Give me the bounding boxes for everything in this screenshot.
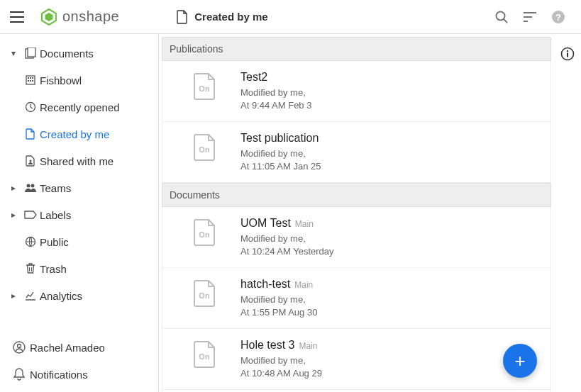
chevron-right-icon: ▸	[6, 291, 21, 301]
logo[interactable]: onshape	[40, 8, 119, 26]
list-item[interactable]: OnTest publicationModified by me,At 11:0…	[162, 122, 551, 183]
building-icon	[21, 74, 40, 86]
item-title: UOM Test	[240, 217, 291, 230]
help-icon: ?	[551, 10, 565, 24]
item-branch: Main	[294, 280, 313, 290]
item-branch: Main	[295, 219, 314, 229]
trash-icon	[21, 263, 40, 274]
sidebar-item-created-by-me[interactable]: Created by me	[0, 121, 158, 147]
section-header-documents: Documents	[162, 183, 551, 207]
svg-point-20	[18, 345, 21, 348]
documents-icon	[21, 47, 40, 59]
logo-text: onshape	[62, 9, 119, 25]
list-item[interactable]: OnHole test 3 MainModified by me,At 10:4…	[162, 329, 551, 390]
clock-icon	[21, 101, 40, 113]
chevron-right-icon: ▸	[6, 183, 21, 193]
document-icon	[176, 10, 189, 24]
svg-point-28	[567, 50, 568, 52]
svg-rect-29	[567, 53, 568, 57]
menu-toggle[interactable]	[6, 6, 28, 28]
item-title: Test publication	[240, 132, 319, 145]
svg-text:?: ?	[555, 12, 561, 23]
info-icon	[560, 47, 575, 61]
item-modified: Modified by me,At 10:24 AM Yesterday	[240, 233, 543, 257]
svg-text:On: On	[199, 291, 210, 300]
sidebar-item-label: Labels	[40, 209, 71, 221]
page-title: Created by me	[194, 11, 267, 23]
sidebar-teams[interactable]: ▸ Teams	[0, 174, 158, 201]
chevron-right-icon: ▸	[6, 210, 21, 220]
svg-point-17	[31, 184, 35, 188]
bell-icon	[9, 368, 30, 381]
sidebar-item-trash[interactable]: Trash	[0, 255, 158, 282]
sidebar-item-label: Analytics	[40, 290, 82, 302]
svg-text:On: On	[199, 84, 210, 93]
svg-point-15	[30, 160, 32, 162]
svg-rect-6	[28, 47, 35, 57]
svg-text:On: On	[199, 145, 210, 154]
sidebar-user[interactable]: Rachel Amadeo	[0, 334, 158, 361]
svg-rect-13	[32, 80, 33, 82]
list-item[interactable]: OnUOM Test MainModified by me,At 10:24 A…	[162, 207, 551, 268]
sidebar-item-fishbowl[interactable]: Fishbowl	[0, 67, 158, 94]
document-list: Publications OnTest2Modified by me,At 9:…	[159, 34, 554, 392]
sort-icon	[523, 11, 537, 23]
sidebar-notifications[interactable]: Notifications	[0, 361, 158, 388]
svg-marker-1	[45, 13, 53, 21]
sidebar-labels[interactable]: ▸ Labels	[0, 201, 158, 228]
svg-rect-12	[30, 80, 31, 82]
sidebar-item-label: Public	[40, 236, 69, 248]
svg-rect-8	[28, 77, 29, 79]
item-branch: Main	[299, 341, 317, 351]
list-item[interactable]: OnTest2Modified by me,At 9:44 AM Feb 3	[162, 61, 551, 122]
chevron-down-icon: ▾	[6, 48, 21, 58]
sidebar-item-label: Recently opened	[40, 101, 120, 113]
svg-point-16	[27, 184, 31, 188]
sort-button[interactable]	[521, 9, 538, 26]
sidebar-item-label: Shared with me	[40, 155, 114, 167]
info-panel-toggle[interactable]	[559, 45, 576, 62]
document-thumb-icon: On	[170, 217, 240, 247]
item-modified: Modified by me,At 10:48 AM Aug 29	[240, 354, 543, 379]
shared-icon	[21, 155, 40, 167]
user-avatar-icon	[9, 341, 30, 354]
item-modified: Modified by me,At 1:55 PM Aug 30	[240, 293, 543, 318]
label-icon	[21, 210, 40, 220]
document-thumb-icon: On	[170, 339, 240, 369]
sidebar-analytics[interactable]: ▸ Analytics	[0, 282, 158, 309]
help-button[interactable]: ?	[550, 9, 567, 26]
svg-text:On: On	[199, 230, 210, 239]
sidebar-documents[interactable]: ▾ Documents	[0, 40, 158, 67]
item-modified: Modified by me,At 9:44 AM Feb 3	[240, 86, 543, 111]
svg-text:On: On	[199, 352, 210, 361]
item-title: hatch-test	[240, 278, 290, 291]
document-thumb-icon: On	[170, 71, 240, 101]
sidebar-item-label: Trash	[40, 263, 67, 275]
sidebar-item-public[interactable]: Public	[0, 228, 158, 255]
document-icon	[21, 128, 40, 140]
onshape-logo-icon	[40, 8, 58, 26]
hamburger-icon	[10, 11, 24, 23]
create-button[interactable]: +	[503, 344, 537, 378]
section-header-publications: Publications	[162, 37, 551, 61]
svg-rect-9	[30, 77, 31, 79]
svg-point-2	[497, 11, 505, 20]
notifications-label: Notifications	[30, 369, 88, 381]
globe-icon	[21, 236, 40, 247]
item-title: Hole test 3	[240, 339, 294, 352]
search-button[interactable]	[493, 9, 510, 26]
sidebar-item-label: Fishbowl	[40, 74, 82, 86]
sidebar-item-label: Teams	[40, 182, 71, 194]
svg-rect-10	[32, 77, 33, 79]
plus-icon: +	[514, 350, 525, 372]
list-item[interactable]: Onhatch-test MainModified by me,At 1:55 …	[162, 268, 551, 329]
svg-rect-11	[28, 80, 29, 82]
sidebar-item-shared-with-me[interactable]: Shared with me	[0, 147, 158, 174]
sidebar-item-recently-opened[interactable]: Recently opened	[0, 94, 158, 121]
sidebar-item-label: Created by me	[40, 128, 109, 140]
document-thumb-icon: On	[170, 132, 240, 162]
teams-icon	[21, 183, 40, 193]
search-icon	[494, 10, 509, 24]
analytics-icon	[21, 291, 40, 301]
document-thumb-icon: On	[170, 278, 240, 308]
